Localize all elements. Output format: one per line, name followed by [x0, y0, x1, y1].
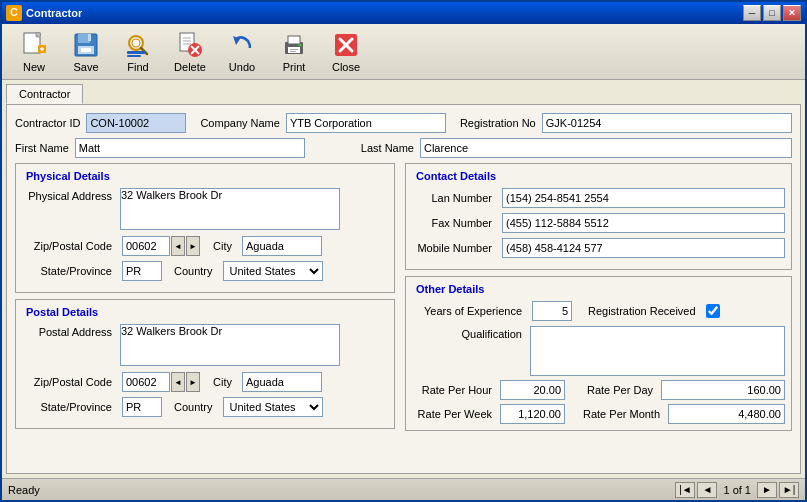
postal-city-label: City: [213, 376, 232, 388]
qualification-input[interactable]: [530, 326, 785, 376]
save-button[interactable]: Save: [62, 28, 110, 76]
save-label: Save: [73, 61, 98, 73]
zip-dot-left[interactable]: ◄: [171, 236, 185, 256]
svg-rect-12: [81, 48, 91, 52]
tab-bar: Contractor: [6, 84, 801, 104]
physical-zip-label: Zip/Postal Code: [22, 240, 112, 252]
physical-address-input[interactable]: 32 Walkers Brook Dr: [120, 188, 340, 230]
rate-hour-day-row: Rate Per Hour Rate Per Day: [412, 380, 785, 400]
status-text: Ready: [8, 484, 675, 496]
svg-rect-27: [288, 36, 300, 44]
svg-rect-16: [127, 51, 145, 54]
print-button[interactable]: Print: [270, 28, 318, 76]
last-name-input[interactable]: [420, 138, 792, 158]
svg-rect-17: [127, 55, 141, 57]
lan-label: Lan Number: [412, 192, 492, 204]
mobile-input[interactable]: [502, 238, 785, 258]
postal-city-input[interactable]: [242, 372, 322, 392]
postal-zip-dot-right[interactable]: ►: [186, 372, 200, 392]
rate-week-input[interactable]: [500, 404, 565, 424]
close-label: Close: [332, 61, 360, 73]
status-bar: Ready |◄ ◄ 1 of 1 ► ►|: [2, 478, 805, 500]
years-row: Years of Experience Registration Receive…: [412, 301, 785, 321]
close-window-button[interactable]: ✕: [783, 5, 801, 21]
rate-hour-label: Rate Per Hour: [412, 384, 492, 396]
delete-button[interactable]: Delete: [166, 28, 214, 76]
nav-last-button[interactable]: ►|: [779, 482, 799, 498]
postal-zip-input[interactable]: [122, 372, 170, 392]
physical-country-select[interactable]: United States Canada Mexico: [223, 261, 323, 281]
qualification-label: Qualification: [412, 328, 522, 340]
nav-next-button[interactable]: ►: [757, 482, 777, 498]
postal-state-row: State/Province Country United States Can…: [22, 397, 388, 417]
new-button[interactable]: New: [10, 28, 58, 76]
window-icon: C: [6, 5, 22, 21]
contractor-id-input[interactable]: [86, 113, 186, 133]
postal-zip-dot-left[interactable]: ◄: [171, 372, 185, 392]
nav-controls: |◄ ◄ 1 of 1 ► ►|: [675, 482, 799, 498]
find-button[interactable]: Find: [114, 28, 162, 76]
postal-address-input[interactable]: 32 Walkers Brook Dr: [120, 324, 340, 366]
main-window: C Contractor ─ □ ✕ New: [0, 0, 807, 502]
svg-rect-10: [88, 34, 91, 41]
first-name-label: First Name: [15, 142, 69, 154]
first-name-input[interactable]: [75, 138, 305, 158]
nav-prev-button[interactable]: ◄: [697, 482, 717, 498]
content-area: Contractor Contractor ID Company Name Re…: [2, 80, 805, 478]
postal-country-label: Country: [174, 401, 213, 413]
minimize-button[interactable]: ─: [743, 5, 761, 21]
name-row: First Name Last Name: [15, 138, 792, 158]
postal-address-row: Postal Address 32 Walkers Brook Dr: [22, 324, 388, 368]
postal-country-select[interactable]: United States Canada Mexico: [223, 397, 323, 417]
new-label: New: [23, 61, 45, 73]
physical-zip-input[interactable]: [122, 236, 170, 256]
svg-rect-29: [290, 49, 298, 50]
lan-input[interactable]: [502, 188, 785, 208]
physical-state-input[interactable]: [122, 261, 162, 281]
toolbar: New Save: [2, 24, 805, 80]
rate-hour-input[interactable]: [500, 380, 565, 400]
mobile-row: Mobile Number: [412, 238, 785, 258]
maximize-button[interactable]: □: [763, 5, 781, 21]
reg-received-label: Registration Received: [588, 305, 696, 317]
qualification-row: Qualification: [412, 326, 785, 376]
nav-first-button[interactable]: |◄: [675, 482, 695, 498]
postal-state-label: State/Province: [22, 401, 112, 413]
svg-point-31: [299, 43, 302, 46]
save-icon: [70, 31, 102, 59]
rate-week-month-row: Rate Per Week Rate Per Month: [412, 404, 785, 424]
physical-country-label: Country: [174, 265, 213, 277]
right-column: Contact Details Lan Number Fax Number Mo…: [405, 163, 792, 435]
window-controls: ─ □ ✕: [743, 5, 801, 21]
physical-zip-row: Zip/Postal Code ◄ ► City: [22, 236, 388, 256]
postal-state-input[interactable]: [122, 397, 162, 417]
close-button[interactable]: Close: [322, 28, 370, 76]
physical-city-input[interactable]: [242, 236, 322, 256]
company-name-input[interactable]: [286, 113, 446, 133]
registration-no-input[interactable]: [542, 113, 792, 133]
page-info: 1 of 1: [723, 484, 751, 496]
right-inner: Contact Details Lan Number Fax Number Mo…: [405, 163, 792, 431]
physical-state-label: State/Province: [22, 265, 112, 277]
delete-icon: [174, 31, 206, 59]
other-section: Other Details Years of Experience Regist…: [405, 276, 792, 431]
undo-button[interactable]: Undo: [218, 28, 266, 76]
svg-rect-30: [290, 51, 296, 52]
print-icon: [278, 31, 310, 59]
find-label: Find: [127, 61, 148, 73]
rate-month-input[interactable]: [668, 404, 785, 424]
reg-received-checkbox[interactable]: [706, 304, 720, 318]
form-container: Contractor ID Company Name Registration …: [6, 104, 801, 474]
tab-contractor[interactable]: Contractor: [6, 84, 83, 104]
fax-input[interactable]: [502, 213, 785, 233]
window-title: Contractor: [26, 7, 743, 19]
zip-dot-right[interactable]: ►: [186, 236, 200, 256]
top-row: Contractor ID Company Name Registration …: [15, 113, 792, 133]
postal-address-label: Postal Address: [22, 326, 112, 338]
years-input[interactable]: [532, 301, 572, 321]
rate-day-input[interactable]: [661, 380, 785, 400]
find-icon: [122, 31, 154, 59]
undo-icon: [226, 31, 258, 59]
physical-section: Physical Details Physical Address 32 Wal…: [15, 163, 395, 293]
rate-week-label: Rate Per Week: [412, 408, 492, 420]
